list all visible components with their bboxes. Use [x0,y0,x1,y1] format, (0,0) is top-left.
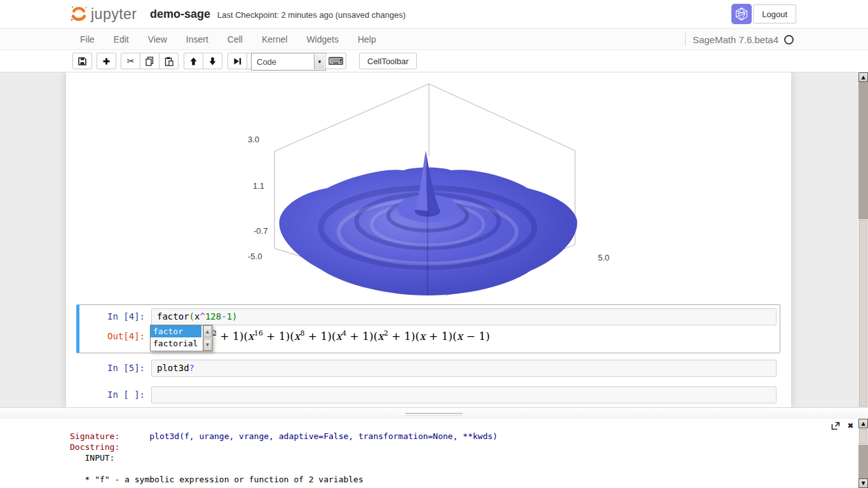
code-token: plot3d [157,363,189,373]
pager-content: Signature: plot3d(f, urange, vrange, ada… [70,431,498,485]
notebook-area: 3.0 1.1 -0.7 -5.0 5.0 In [4]: factor(x^1… [0,72,868,407]
pager-line: Docstring: [70,442,498,452]
cut-button[interactable]: ✂ [121,53,140,69]
pager-line [70,463,498,474]
output-prompt: Out[4]: [83,327,151,345]
scrollbar-up-arrow-icon[interactable]: ▲ [858,72,868,82]
scissors-icon: ✂ [127,56,135,66]
save-icon [78,57,87,66]
z-tick-label: 1.1 [253,181,264,191]
save-button[interactable] [72,53,92,69]
arrow-down-icon [208,57,217,66]
paste-button[interactable] [159,53,179,69]
copy-button[interactable] [140,53,159,69]
menu-file[interactable]: File [71,34,104,44]
menu-kernel[interactable]: Kernel [252,34,297,44]
move-cell-up-button[interactable] [184,53,203,69]
menu-bar: FileEditViewInsertCellKernelWidgetsHelp … [0,29,868,50]
code-token: 1 [227,311,232,322]
notebook-title[interactable]: demo-sage [150,8,210,21]
z-tick-label: 3.0 [248,135,259,144]
menu-insert[interactable]: Insert [177,34,218,44]
input-prompt: In [4]: [83,308,151,325]
code-token: factor [157,311,189,322]
code-cell-empty[interactable]: In [ ]: [76,384,780,405]
menu-widgets[interactable]: Widgets [297,34,348,44]
jupyter-logo-icon [69,3,89,24]
code-token: ^ [200,311,205,322]
run-cell-button[interactable] [227,53,247,69]
pager-close-button[interactable]: ✖ [846,421,855,430]
completion-dropdown: factorfactorial ▲ ▼ [150,325,213,351]
input-prompt: In [ ]: [83,386,151,403]
code-cell-5[interactable]: In [5]: plot3d? [76,358,780,379]
arrow-up-icon [189,57,198,66]
surface-plot [279,151,577,295]
pager-drag-handle[interactable] [405,413,463,416]
plus-icon [102,57,111,66]
pager-line: INPUT: [70,452,498,463]
checkpoint-status: Last Checkpoint: 2 minutes ago (unsaved … [217,9,405,20]
logout-button[interactable]: Logout [753,4,796,24]
completion-item-factorial[interactable]: factorial [151,337,201,349]
pager-splitter [0,407,868,419]
toolbar: ✂ [0,50,868,72]
cell-type-value: Code [257,57,276,67]
scrollbar-thumb[interactable] [858,428,868,445]
code-token: ( [189,311,194,322]
pager-expand-button[interactable] [831,421,840,430]
kernel-info: SageMath 7.6.beta4 [685,33,794,46]
run-icon [233,57,242,66]
sagemath-kernel-logo [731,4,752,24]
cell-output-math: (x64 + 1)(x32 + 1)(x16 + 1)(x8 + 1)(x4 +… [151,327,776,345]
celltoolbar-button[interactable]: CellToolbar [359,53,417,69]
menu-cell[interactable]: Cell [218,34,252,44]
select-dropdown-arrow-icon: ▼ [314,54,325,69]
menu-edit[interactable]: Edit [104,34,139,44]
code-token: 128 [205,311,221,322]
scroll-down-arrow-icon[interactable]: ▼ [203,339,212,351]
pager-panel: ✖ Signature: plot3d(f, urange, vrange, a… [0,419,868,488]
expand-icon [831,421,840,430]
cell-type-select[interactable]: Code ▼ [251,53,326,71]
paste-icon [164,57,173,66]
menu-view[interactable]: View [139,34,177,44]
completion-item-factor[interactable]: factor [151,325,201,337]
completion-scrollbar[interactable]: ▲ ▼ [203,325,212,351]
notebook-scrollbar[interactable]: ▲ [858,72,868,407]
scrollbar-up-arrow-icon[interactable]: ▲ [858,419,868,428]
input-prompt: In [5]: [83,360,151,377]
plot3d-output[interactable]: 3.0 1.1 -0.7 -5.0 5.0 [248,75,616,296]
add-cell-button[interactable] [97,53,116,69]
pager-scrollbar[interactable]: ▲ ▼ [858,419,868,488]
x-tick-label: -5.0 [248,252,262,261]
scroll-up-arrow-icon[interactable]: ▲ [203,325,212,337]
code-input[interactable]: plot3d? [151,360,776,377]
scrollbar-thumb[interactable] [858,219,868,407]
kernel-name: SageMath 7.6.beta4 [693,34,778,45]
menu-help[interactable]: Help [348,34,386,44]
move-cell-down-button[interactable] [203,53,222,69]
keyboard-icon: ⌨ [328,55,344,67]
pager-line: * "f" - a symbolic expression or functio… [70,474,498,485]
copy-icon [145,57,154,66]
notebook-header: jupyter demo-sage Last Checkpoint: 2 min… [0,0,868,29]
code-token: - [221,311,226,322]
close-icon: ✖ [847,422,853,430]
pager-line: Signature: plot3d(f, urange, vrange, ada… [70,431,498,442]
code-input[interactable]: factor(x^128-1) [151,308,776,325]
scrollbar-down-arrow-icon[interactable]: ▼ [858,478,868,488]
jupyter-logo[interactable]: jupyter [69,3,137,24]
notebook-page: 3.0 1.1 -0.7 -5.0 5.0 In [4]: factor(x^1… [66,72,791,407]
command-palette-button[interactable]: ⌨ [325,53,346,69]
y-tick-label: 5.0 [598,253,609,262]
code-input[interactable] [151,386,776,403]
code-token: ) [232,311,237,322]
jupyter-logo-text: jupyter [91,4,137,24]
code-token: ? [189,363,194,373]
z-tick-label: -0.7 [254,226,268,236]
kernel-idle-indicator-icon [784,35,794,44]
polyhedron-icon [735,7,749,21]
